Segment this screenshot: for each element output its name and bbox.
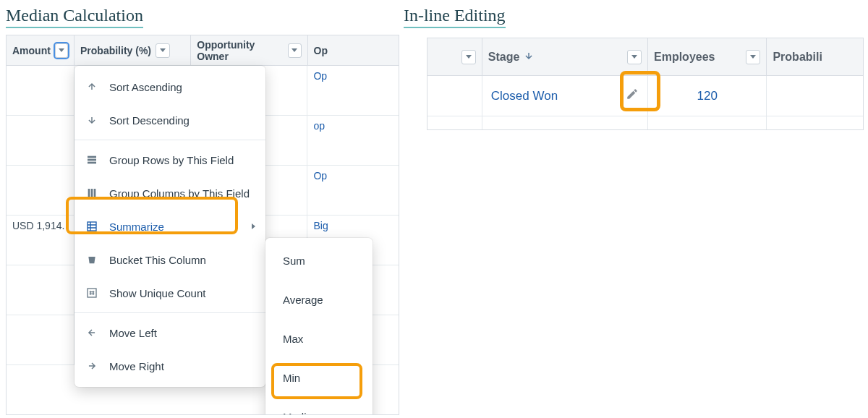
col-label: Stage (488, 51, 520, 64)
submenu-max[interactable]: Max (265, 319, 373, 358)
submenu-min[interactable]: Min (265, 358, 373, 397)
menu-divider (75, 140, 265, 140)
arrow-down-icon (85, 113, 99, 127)
col-dropdown-owner[interactable] (288, 43, 302, 58)
svg-rect-0 (88, 156, 96, 158)
col-dropdown-employees[interactable] (746, 50, 760, 64)
cell (7, 265, 75, 315)
pencil-icon[interactable] (626, 88, 639, 104)
menu-unique-count[interactable]: Show Unique Count (75, 276, 265, 310)
section-title-median: Median Calculation (6, 6, 143, 28)
cell-stage (482, 116, 648, 130)
cell-blank (427, 76, 482, 116)
col-header-owner[interactable]: Opportunity Owner (191, 35, 307, 65)
median-calc-panel: Amount Probability (%) Opportunity Owner… (6, 35, 399, 415)
col-header-op[interactable]: Op (308, 35, 399, 65)
arrow-up-icon (85, 80, 99, 94)
col-label: Opportunity Owner (197, 39, 283, 62)
cell: Op (307, 166, 399, 215)
menu-label: Bucket This Column (109, 254, 206, 266)
menu-label: Group Columns by This Field (109, 187, 250, 200)
col-dropdown-stage[interactable] (627, 50, 642, 64)
caret-down-icon (631, 55, 637, 59)
cell-employees[interactable]: 120 (648, 76, 767, 116)
cell-probability[interactable] (767, 76, 863, 116)
inline-edit-panel: Stage Employees Probabili Closed Won 120 (427, 38, 864, 130)
column-menu: Sort Ascending Sort Descending Group Row… (75, 66, 265, 387)
caret-down-icon (292, 48, 297, 52)
stage-value: Closed Won (491, 89, 626, 103)
cell: USD 1,914. (7, 216, 75, 265)
col-header-blank[interactable] (427, 38, 482, 75)
svg-rect-4 (91, 189, 93, 197)
menu-label: Sort Descending (109, 114, 190, 127)
caret-down-icon (466, 55, 472, 59)
col-header-employees[interactable]: Employees (648, 38, 767, 75)
cell: op (307, 116, 399, 165)
svg-rect-3 (88, 189, 90, 197)
table-row (427, 116, 863, 130)
col-label: Amount (12, 45, 51, 56)
summarize-icon (85, 219, 99, 234)
bucket-icon (85, 252, 99, 267)
section-title-inline: In-line Editing (404, 6, 506, 28)
rows-icon (85, 153, 99, 167)
col-dropdown-amount[interactable] (55, 43, 68, 58)
col-label: Probability (%) (80, 45, 151, 56)
hash-icon (85, 286, 99, 300)
col-header-amount[interactable]: Amount (7, 35, 75, 65)
cell (7, 66, 75, 115)
column-header-row: Stage Employees Probabili (427, 38, 863, 76)
submenu-sum[interactable]: Sum (265, 241, 373, 280)
col-label: Op (314, 45, 328, 56)
menu-divider (75, 312, 265, 313)
svg-rect-5 (94, 189, 96, 197)
arrow-left-icon (85, 325, 99, 340)
menu-label: Move Left (109, 327, 157, 339)
menu-group-cols[interactable]: Group Columns by This Field (75, 176, 265, 210)
cell-stage[interactable]: Closed Won (482, 76, 648, 116)
menu-label: Show Unique Count (109, 287, 205, 299)
menu-label: Group Rows by This Field (109, 154, 234, 166)
arrow-right-icon (85, 359, 99, 373)
col-header-probability[interactable]: Probabili (767, 38, 863, 75)
submenu-average[interactable]: Average (265, 280, 373, 319)
column-header-row: Amount Probability (%) Opportunity Owner… (7, 35, 399, 66)
menu-bucket[interactable]: Bucket This Column (75, 243, 265, 276)
menu-summarize[interactable]: Summarize (75, 210, 265, 243)
chevron-right-icon (252, 223, 255, 229)
menu-group-rows[interactable]: Group Rows by This Field (75, 143, 265, 176)
menu-move-left[interactable]: Move Left (75, 316, 265, 349)
cell-employees (648, 116, 767, 130)
caret-down-icon (750, 55, 756, 59)
cell: Op (307, 66, 399, 115)
menu-sort-desc[interactable]: Sort Descending (75, 103, 265, 137)
menu-move-right[interactable]: Move Right (75, 349, 265, 383)
menu-label: Sort Ascending (109, 81, 182, 93)
col-header-probability[interactable]: Probability (%) (75, 35, 191, 65)
menu-sort-asc[interactable]: Sort Ascending (75, 70, 265, 103)
employees-value: 120 (697, 89, 718, 103)
col-header-stage[interactable]: Stage (482, 38, 648, 75)
sort-desc-icon (524, 51, 534, 63)
svg-rect-6 (88, 222, 96, 231)
menu-label: Summarize (109, 221, 164, 233)
svg-rect-2 (88, 162, 96, 164)
cell (7, 166, 75, 215)
col-dropdown-probability[interactable] (156, 43, 170, 58)
caret-down-icon (160, 48, 166, 52)
submenu-median[interactable]: Median (265, 397, 373, 415)
caret-down-icon (59, 48, 64, 52)
menu-label: Move Right (109, 360, 164, 372)
cell (7, 116, 75, 165)
col-label: Employees (654, 51, 715, 64)
col-dropdown-blank[interactable] (461, 50, 476, 64)
summarize-submenu: Sum Average Max Min Median (265, 238, 373, 415)
col-label: Probabili (773, 51, 822, 64)
svg-rect-7 (88, 289, 96, 297)
table-row: Closed Won 120 (427, 76, 863, 116)
columns-icon (85, 186, 99, 200)
cell-blank (427, 116, 482, 130)
cell-probability (767, 116, 863, 130)
svg-rect-1 (88, 159, 96, 161)
